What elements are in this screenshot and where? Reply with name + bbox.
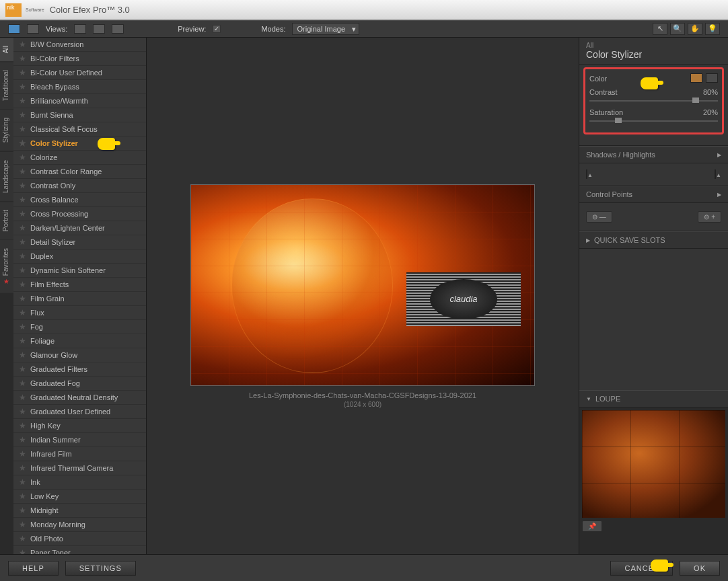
star-icon[interactable]: ★: [19, 308, 26, 317]
filter-item[interactable]: ★Film Effects: [13, 278, 146, 292]
filter-item[interactable]: ★Brilliance/Warmth: [13, 94, 146, 108]
filter-item[interactable]: ★Graduated Fog: [13, 377, 146, 391]
cp-minus-button[interactable]: ⊖ —: [586, 211, 612, 223]
eyedropper-icon[interactable]: [706, 73, 718, 83]
filter-item[interactable]: ★Colorize: [13, 151, 146, 165]
filter-item[interactable]: ★Monday Morning: [13, 518, 146, 532]
filter-item[interactable]: ★Color Stylizer: [13, 137, 146, 151]
star-icon[interactable]: ★: [19, 167, 26, 176]
filter-list[interactable]: ★B/W Conversion★Bi-Color Filters★Bi-Colo…: [13, 38, 147, 554]
star-icon[interactable]: ★: [19, 548, 26, 554]
zoom-tool-icon[interactable]: 🔍: [670, 23, 685, 35]
filter-item[interactable]: ★Flux: [13, 306, 146, 320]
star-icon[interactable]: ★: [19, 435, 26, 444]
star-icon[interactable]: ★: [19, 421, 26, 430]
layout-2-icon[interactable]: [93, 24, 105, 34]
cancel-button[interactable]: CANCEL: [610, 561, 673, 576]
ok-button[interactable]: OK: [680, 561, 720, 576]
loupe-image[interactable]: [582, 410, 725, 518]
filter-item[interactable]: ★Bleach Bypass: [13, 80, 146, 94]
filter-item[interactable]: ★Cross Processing: [13, 207, 146, 221]
filter-item[interactable]: ★Contrast Color Range: [13, 165, 146, 179]
filter-item[interactable]: ★Duplex: [13, 249, 146, 264]
color-swatch[interactable]: [690, 73, 702, 83]
filter-item[interactable]: ★Old Photo: [13, 532, 146, 546]
contrast-slider[interactable]: [589, 100, 718, 102]
star-icon[interactable]: ★: [19, 124, 26, 134]
star-icon[interactable]: ★: [19, 449, 26, 459]
filter-item[interactable]: ★Burnt Sienna: [13, 108, 146, 122]
star-icon[interactable]: ★: [19, 364, 26, 374]
star-icon[interactable]: ★: [19, 139, 26, 148]
loupe-pin-button[interactable]: 📌: [582, 520, 602, 532]
quick-save-header[interactable]: ▶ QUICK SAVE SLOTS: [579, 231, 728, 249]
star-icon[interactable]: ★: [19, 96, 26, 106]
filter-item[interactable]: ★Low Key: [13, 490, 146, 504]
star-icon[interactable]: ★: [19, 407, 26, 416]
filter-item[interactable]: ★Infrared Film: [13, 447, 146, 461]
loupe-header[interactable]: ▼ LOUPE: [579, 390, 728, 408]
star-icon[interactable]: ★: [19, 393, 26, 402]
filter-item[interactable]: ★Infrared Thermal Camera: [13, 461, 146, 475]
tab-stylizing[interactable]: Stylizing: [0, 110, 13, 151]
star-icon[interactable]: ★: [19, 237, 26, 247]
filter-item[interactable]: ★Foliage: [13, 334, 146, 348]
filter-item[interactable]: ★Darken/Lighten Center: [13, 221, 146, 235]
star-icon[interactable]: ★: [19, 209, 26, 219]
filter-item[interactable]: ★Fog: [13, 320, 146, 334]
filter-item[interactable]: ★Detail Stylizer: [13, 235, 146, 249]
filter-item[interactable]: ★Film Grain: [13, 292, 146, 306]
tab-traditional[interactable]: Traditional: [0, 62, 13, 109]
help-button[interactable]: HELP: [8, 561, 59, 576]
tab-all[interactable]: All: [0, 38, 13, 61]
tab-landscape[interactable]: Landscape: [0, 152, 13, 201]
star-icon[interactable]: ★: [19, 336, 26, 346]
view-split-icon[interactable]: [27, 24, 39, 34]
cp-plus-button[interactable]: ⊖ +: [698, 211, 721, 223]
star-icon[interactable]: ★: [19, 294, 26, 303]
star-icon[interactable]: ★: [19, 477, 26, 487]
filter-item[interactable]: ★Ink: [13, 475, 146, 490]
modes-dropdown[interactable]: Original Image: [292, 23, 359, 35]
star-icon[interactable]: ★: [19, 350, 26, 360]
star-icon[interactable]: ★: [19, 82, 26, 91]
star-icon[interactable]: ★: [19, 322, 26, 332]
star-icon[interactable]: ★: [19, 280, 26, 289]
view-single-icon[interactable]: [8, 24, 20, 34]
star-icon[interactable]: ★: [19, 181, 26, 190]
star-icon[interactable]: ★: [19, 68, 26, 77]
filter-item[interactable]: ★Midnight: [13, 504, 146, 518]
filter-item[interactable]: ★Indian Summer: [13, 433, 146, 447]
filter-item[interactable]: ★B/W Conversion: [13, 38, 146, 52]
star-icon[interactable]: ★: [19, 492, 26, 501]
filter-item[interactable]: ★Graduated User Defined: [13, 405, 146, 419]
star-icon[interactable]: ★: [19, 379, 26, 388]
star-icon[interactable]: ★: [19, 266, 26, 275]
control-points-header[interactable]: Control Points ▶: [579, 186, 728, 203]
shadows-highlights-header[interactable]: Shadows / Highlights ▶: [579, 146, 728, 163]
star-icon[interactable]: ★: [19, 54, 26, 63]
saturation-slider[interactable]: [589, 120, 718, 122]
filter-item[interactable]: ★Dynamic Skin Softener: [13, 264, 146, 278]
slider-thumb-icon[interactable]: [615, 118, 622, 123]
tab-portrait[interactable]: Portrait: [0, 202, 13, 239]
star-icon[interactable]: ★: [19, 534, 26, 543]
filter-item[interactable]: ★Classical Soft Focus: [13, 122, 146, 137]
tab-favorites[interactable]: ★ Favorites: [0, 240, 13, 293]
filter-item[interactable]: ★Graduated Neutral Density: [13, 391, 146, 405]
star-icon[interactable]: ★: [19, 463, 26, 473]
slider-thumb-icon[interactable]: [692, 98, 699, 103]
filter-item[interactable]: ★Contrast Only: [13, 179, 146, 193]
filter-item[interactable]: ★Bi-Color User Defined: [13, 66, 146, 80]
star-icon[interactable]: ★: [19, 520, 26, 529]
star-icon[interactable]: ★: [19, 40, 26, 49]
filter-item[interactable]: ★High Key: [13, 419, 146, 433]
star-icon[interactable]: ★: [19, 223, 26, 233]
preview-checkbox[interactable]: ✓: [213, 25, 221, 33]
pointer-tool-icon[interactable]: ↖: [653, 23, 667, 35]
star-icon[interactable]: ★: [19, 506, 26, 515]
hand-tool-icon[interactable]: ✋: [688, 23, 702, 35]
layout-3-icon[interactable]: [112, 24, 124, 34]
settings-button[interactable]: SETTINGS: [65, 561, 136, 576]
star-icon[interactable]: ★: [19, 110, 26, 120]
